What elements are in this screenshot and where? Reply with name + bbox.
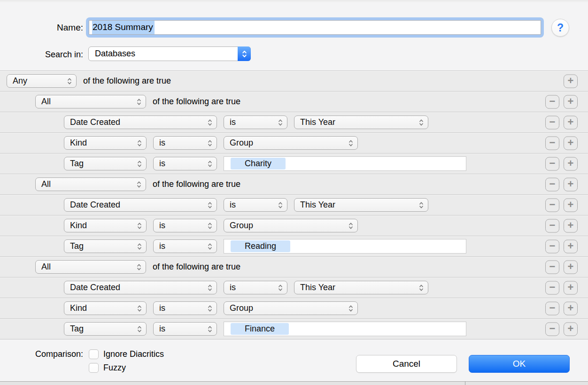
value-popup[interactable]: Group [224, 301, 358, 315]
following-are-true-label: of the following are true [83, 76, 171, 86]
tag-value-field[interactable]: Reading [224, 239, 466, 254]
relation-popup[interactable]: is [153, 301, 217, 315]
tag-value-field[interactable]: Finance [224, 322, 466, 336]
tag-token[interactable]: Reading [231, 240, 290, 252]
value-popup[interactable]: Group [224, 219, 358, 232]
attribute-popup[interactable]: Kind [64, 301, 147, 315]
help-button[interactable]: ? [551, 19, 569, 37]
attribute-popup[interactable]: Date Created [64, 116, 217, 129]
group-operator-popup[interactable]: Any [7, 74, 77, 88]
updown-chevrons-icon [208, 304, 212, 312]
updown-chevrons-icon [419, 118, 424, 126]
tag-token[interactable]: Charity [231, 158, 286, 169]
attribute-popup[interactable]: Tag [64, 322, 147, 336]
row-buttons: −+ [545, 239, 578, 253]
updown-chevrons-icon [208, 160, 212, 168]
add-row-button[interactable]: + [564, 95, 578, 108]
tag-value-field[interactable]: Charity [224, 156, 466, 171]
attribute-popup-value: Tag [64, 324, 84, 334]
relation-popup[interactable]: is [153, 157, 217, 170]
attribute-popup-value: Tag [64, 241, 84, 251]
following-are-true-label: of the following are true [153, 97, 240, 107]
add-row-button[interactable]: + [564, 281, 578, 294]
remove-row-button[interactable]: − [545, 301, 559, 315]
add-row-button[interactable]: + [564, 136, 578, 150]
value-popup-value: This Year [294, 200, 335, 210]
remove-row-button[interactable]: − [545, 136, 559, 150]
add-row-button[interactable]: + [564, 177, 578, 191]
updown-chevrons-icon [208, 201, 212, 209]
remove-row-button[interactable]: − [545, 157, 559, 170]
remove-row-button[interactable]: − [545, 198, 559, 212]
add-row-button[interactable]: + [564, 239, 578, 253]
attribute-popup[interactable]: Date Created [64, 281, 217, 294]
value-popup[interactable]: This Year [294, 281, 428, 294]
updown-chevrons-icon [137, 139, 142, 147]
predicate-condition-row: KindisGroup−+ [0, 298, 588, 318]
remove-row-button[interactable]: − [545, 260, 559, 274]
updown-chevrons-icon [208, 222, 212, 230]
group-operator-popup[interactable]: All [35, 260, 146, 274]
remove-row-button[interactable]: − [545, 219, 559, 232]
attribute-popup[interactable]: Kind [64, 136, 147, 150]
fuzzy-checkbox[interactable] [89, 363, 99, 373]
row-buttons: −+ [545, 301, 578, 315]
predicate-group-row: Allof the following are true−+ [0, 91, 588, 112]
add-row-button[interactable]: + [564, 74, 578, 88]
ok-button[interactable]: OK [469, 355, 570, 373]
predicate-group-row: Anyof the following are true+ [0, 70, 588, 91]
remove-row-button[interactable]: − [545, 116, 559, 129]
relation-popup[interactable]: is [153, 239, 217, 253]
attribute-popup[interactable]: Tag [64, 157, 147, 170]
relation-popup[interactable]: is [153, 219, 217, 232]
footer: Comparison: Ignore Diacritics Fuzzy Canc… [0, 339, 588, 381]
predicate-condition-row: KindisGroup−+ [0, 132, 588, 153]
updown-chevrons-icon [137, 325, 142, 333]
add-row-button[interactable]: + [564, 219, 578, 232]
relation-popup[interactable]: is [224, 198, 287, 212]
remove-row-button[interactable]: − [545, 322, 559, 336]
predicate-condition-row: TagisCharity−+ [0, 153, 588, 174]
row-buttons: −+ [545, 177, 578, 191]
updown-chevrons-icon [67, 77, 72, 85]
updown-chevrons-icon [137, 304, 142, 312]
add-row-button[interactable]: + [564, 260, 578, 274]
tag-token[interactable]: Finance [231, 323, 289, 335]
name-input[interactable]: 2018 Summary [89, 20, 541, 35]
ignore-diacritics-checkbox[interactable] [89, 349, 99, 359]
predicate-condition-row: TagisReading−+ [0, 236, 588, 256]
add-row-button[interactable]: + [564, 116, 578, 129]
search-in-popup[interactable]: Databases [88, 46, 251, 61]
cancel-button[interactable]: Cancel [356, 355, 457, 373]
updown-chevrons-icon [137, 222, 142, 230]
relation-popup[interactable]: is [153, 322, 217, 336]
value-popup[interactable]: This Year [294, 198, 428, 212]
row-buttons: −+ [545, 219, 578, 232]
add-row-button[interactable]: + [564, 322, 578, 336]
remove-row-button[interactable]: − [545, 95, 559, 108]
remove-row-button[interactable]: − [545, 177, 559, 191]
predicate-group-row: Allof the following are true−+ [0, 174, 588, 194]
relation-popup[interactable]: is [224, 281, 287, 294]
attribute-popup[interactable]: Date Created [64, 198, 217, 212]
attribute-popup[interactable]: Tag [64, 239, 147, 253]
remove-row-button[interactable]: − [545, 239, 559, 253]
group-operator-popup[interactable]: All [35, 177, 146, 191]
predicate-condition-row: Date CreatedisThis Year−+ [0, 277, 588, 298]
relation-popup-value: is [224, 283, 236, 293]
group-operator-popup[interactable]: All [35, 95, 146, 108]
attribute-popup[interactable]: Kind [64, 219, 147, 232]
group-operator-popup-value: All [36, 97, 51, 107]
updown-chevrons-icon [348, 139, 353, 147]
remove-row-button[interactable]: − [545, 281, 559, 294]
relation-popup[interactable]: is [224, 116, 287, 129]
add-row-button[interactable]: + [564, 198, 578, 212]
updown-chevrons-icon [208, 242, 212, 250]
value-popup[interactable]: Group [224, 136, 358, 150]
add-row-button[interactable]: + [564, 301, 578, 315]
value-popup[interactable]: This Year [294, 116, 428, 129]
relation-popup[interactable]: is [153, 136, 217, 150]
add-row-button[interactable]: + [564, 157, 578, 170]
relation-popup-value: is [224, 200, 236, 210]
predicate-condition-row: Date CreatedisThis Year−+ [0, 112, 588, 132]
